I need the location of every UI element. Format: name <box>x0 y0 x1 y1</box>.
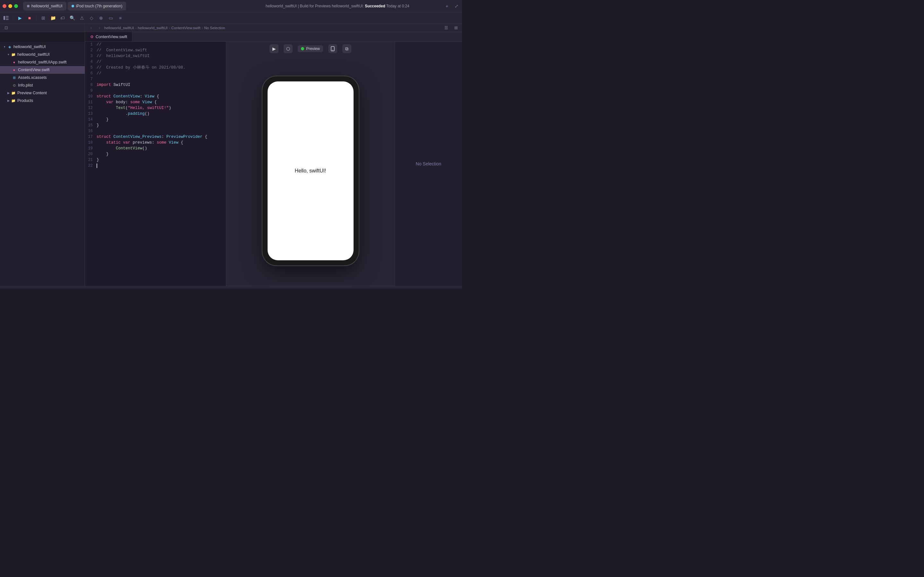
line-content[interactable]: .padding() <box>97 111 223 117</box>
minimize-button[interactable] <box>8 4 12 8</box>
sidebar-show-hide[interactable]: ⊡ <box>3 24 10 31</box>
sidebar-breadcrumb: ⊡ <box>0 24 85 32</box>
back-button[interactable]: ‹ <box>87 24 95 31</box>
code-line: 13 .padding() <box>85 111 226 117</box>
sidebar-item-group[interactable]: ▾ 📁 helloworld_swiftUI <box>0 51 85 58</box>
root-project-label: helloworld_swiftUI <box>13 45 46 49</box>
sidebar-item-infoplist[interactable]: ⊙ Info.plist <box>0 81 85 89</box>
line-content[interactable]: // ContentView.swift <box>97 47 223 53</box>
line-content[interactable]: struct ContentView_Previews: PreviewProv… <box>97 134 223 140</box>
line-content[interactable]: } <box>97 157 223 163</box>
line-content[interactable]: // helloworld_swiftUI <box>97 53 223 59</box>
bottom-bar-right: ★ ≡ 🔍 93% + <box>416 288 459 289</box>
zoom-in-button[interactable]: + <box>454 288 459 289</box>
sidebar-toggle-button[interactable] <box>3 15 10 21</box>
sidebar-item-products[interactable]: ▶ 📁 Products <box>0 97 85 105</box>
line-number: 6 <box>85 71 97 76</box>
preview-multi-button[interactable]: ⧉ <box>342 44 351 53</box>
forward-button[interactable]: › <box>96 24 103 31</box>
search-button[interactable]: 🔍 <box>69 15 76 21</box>
grid-view-button[interactable]: ⊞ <box>40 15 47 21</box>
line-content[interactable]: ContentView() <box>97 145 223 151</box>
line-number: 9 <box>85 88 97 93</box>
code-token <box>97 146 116 151</box>
code-token: ContentView_Previews <box>113 135 162 139</box>
line-number: 22 <box>85 163 97 169</box>
line-content[interactable]: import SwiftUI <box>97 82 223 88</box>
line-number: 11 <box>85 99 97 105</box>
build-success-text: Succeeded <box>365 4 385 8</box>
code-token: : <box>126 100 130 105</box>
code-token: "Hello, swiftUI!" <box>128 106 169 110</box>
tag-button[interactable]: 🏷 <box>59 15 66 21</box>
code-token: { <box>202 135 207 139</box>
add-tab-button[interactable]: + <box>444 3 450 9</box>
editor-menu-button[interactable]: ☰ <box>443 24 450 31</box>
content-view-tab[interactable]: ⚙ ContentView.swift <box>85 32 132 41</box>
code-editor[interactable]: 1//2// ContentView.swift3// helloworld_s… <box>85 42 226 286</box>
code-token: } <box>97 152 109 156</box>
zoom-out-button[interactable]: 🔍 <box>435 288 441 289</box>
line-content[interactable]: } <box>97 151 223 157</box>
folder-button[interactable]: 📁 <box>49 15 57 21</box>
traffic-lights <box>3 4 18 8</box>
sidebar-item-assets[interactable]: ⊞ Assets.xcassets <box>0 74 85 81</box>
code-token: var <box>123 140 133 145</box>
line-number: 16 <box>85 128 97 134</box>
line-content[interactable]: struct ContentView: View { <box>97 93 223 99</box>
warning-button[interactable]: ⚠ <box>78 15 86 21</box>
line-content[interactable]: // Created by 小林春斗 on 2021/08/08. <box>97 65 223 71</box>
preview-inspect-button[interactable]: ⬡ <box>284 44 292 53</box>
breadcrumb-part-1: helloworld_swiftUI <box>104 26 134 30</box>
editor-layout-button[interactable]: ⊞ <box>452 24 459 31</box>
products-folder-icon: 📁 <box>11 98 16 103</box>
maximize-button[interactable] <box>14 4 18 8</box>
sidebar-item-app[interactable]: ● helloworld_swiftUIApp.swift <box>0 58 85 66</box>
code-token: static <box>106 140 123 145</box>
code-token: } <box>97 123 99 127</box>
sidebar-item-preview-content[interactable]: ▶ 📁 Preview Content <box>0 89 85 97</box>
line-content[interactable]: // <box>97 42 223 47</box>
preview-play-button[interactable]: ▶ <box>270 44 278 53</box>
list-view-button[interactable]: ≡ <box>424 288 430 289</box>
assets-label: Assets.xcassets <box>18 75 47 80</box>
line-content[interactable]: Text("Hello, swiftUI!") <box>97 105 223 111</box>
diamond-button[interactable]: ◇ <box>88 15 95 21</box>
code-line: 21} <box>85 157 226 163</box>
sidebar-item-contentview[interactable]: ● ContentView.swift <box>0 66 85 74</box>
line-content[interactable]: // <box>97 71 223 76</box>
project-title-tab[interactable]: helloworld_swiftUI <box>23 2 66 11</box>
filter-toggle-button[interactable] <box>10 288 16 289</box>
code-line: 18 static var previews: some View { <box>85 140 226 145</box>
close-button[interactable] <box>3 4 6 8</box>
rect-button[interactable]: ▭ <box>107 15 114 21</box>
layers-button[interactable]: ⊕ <box>97 15 105 21</box>
code-line: 8import SwiftUI <box>85 82 226 88</box>
line-content[interactable]: } <box>97 122 223 128</box>
add-item-button[interactable]: + <box>3 288 8 289</box>
line-content[interactable]: var body: some View { <box>97 99 223 105</box>
code-token <box>97 100 106 105</box>
sidebar-item-root-project[interactable]: ▾ ◈ helloworld_swiftUI <box>0 43 85 51</box>
bookmark-button[interactable]: ★ <box>416 288 422 289</box>
device-title-tab[interactable]: iPod touch (7th generation) <box>68 2 126 11</box>
line-content[interactable]: } <box>97 117 223 122</box>
line-content[interactable]: // <box>97 59 223 65</box>
main-layout: ▾ ◈ helloworld_swiftUI ▾ 📁 helloworld_sw… <box>0 42 462 286</box>
play-button[interactable]: ▶ <box>16 15 23 21</box>
list-button[interactable]: ≡ <box>117 15 124 21</box>
code-token: { <box>152 100 157 105</box>
chevron-group: ▾ <box>6 53 10 56</box>
code-token: View <box>142 100 152 105</box>
hello-text: Hello, swiftUI! <box>295 168 326 174</box>
content-area: 1//2// ContentView.swift3// helloworld_s… <box>85 42 462 286</box>
preview-device-button[interactable] <box>328 44 337 53</box>
stop-button[interactable]: ■ <box>26 15 33 21</box>
title-bar: helloworld_swiftUI iPod touch (7th gener… <box>0 0 462 12</box>
breadcrumb-sep-1: › <box>136 26 137 30</box>
split-button[interactable]: ⤢ <box>454 3 459 9</box>
line-content[interactable]: static var previews: some View { <box>97 140 223 145</box>
line-content[interactable] <box>97 163 223 169</box>
code-line: 3// helloworld_swiftUI <box>85 53 226 59</box>
line-number: 3 <box>85 53 97 59</box>
